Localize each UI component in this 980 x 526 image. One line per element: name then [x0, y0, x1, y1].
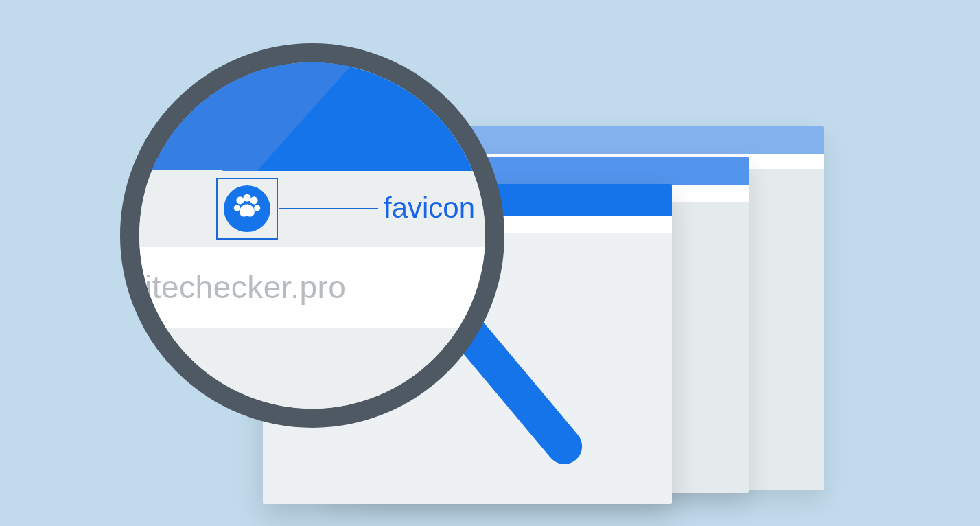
- annotation-label: favicon: [384, 192, 475, 225]
- address-bar-text: itechecker.pro: [139, 268, 346, 306]
- zoom-address-bar: itechecker.pro: [139, 247, 485, 328]
- svg-point-3: [254, 205, 260, 211]
- favicon-highlight-box: [216, 178, 278, 240]
- magnifier-lens: itechecker.pro fav: [120, 43, 504, 428]
- svg-point-2: [250, 196, 258, 204]
- svg-point-4: [234, 205, 240, 211]
- svg-point-0: [236, 196, 244, 204]
- diagram-stage: itechecker.pro fav: [0, 0, 980, 526]
- annotation-leader-line: [279, 208, 378, 209]
- svg-point-1: [243, 194, 250, 202]
- favicon-circle: [224, 185, 270, 232]
- paw-icon: [231, 192, 263, 226]
